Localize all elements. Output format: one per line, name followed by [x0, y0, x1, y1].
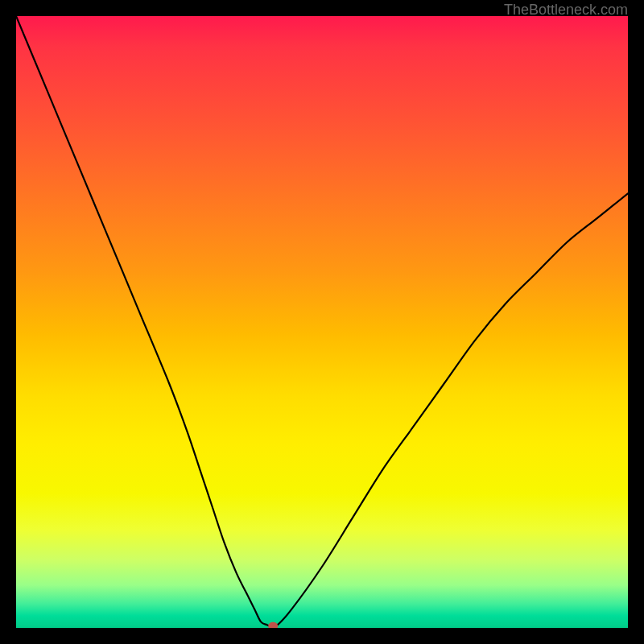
optimal-point-marker	[268, 622, 278, 628]
curve-svg	[16, 16, 628, 628]
watermark-text: TheBottleneck.com	[504, 2, 628, 19]
bottleneck-curve	[16, 16, 628, 627]
chart-container: TheBottleneck.com	[0, 0, 644, 644]
plot-area	[16, 16, 628, 628]
